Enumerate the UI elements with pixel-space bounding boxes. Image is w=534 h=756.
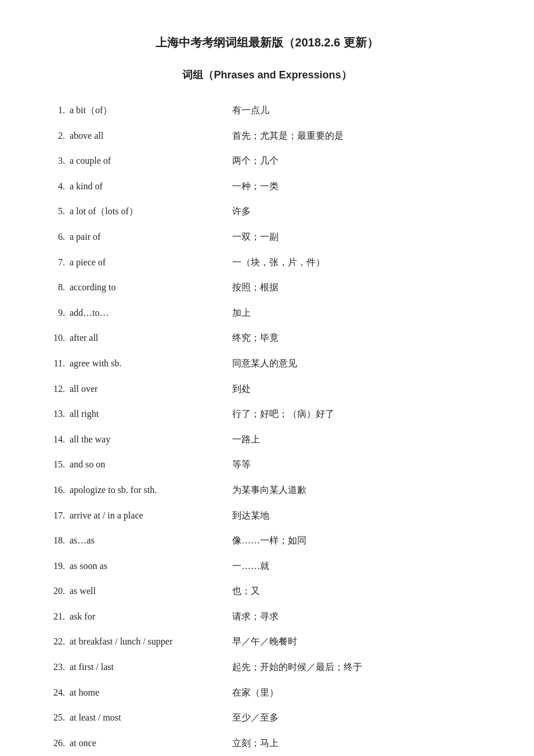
phrase-number: 6.: [46, 229, 70, 244]
phrase-english: at once: [70, 736, 232, 751]
phrase-english: all the way: [70, 432, 232, 447]
list-item: 2.above all首先；尤其是；最重要的是: [46, 128, 488, 143]
phrase-english: agree with sb.: [70, 356, 232, 371]
phrase-chinese: 一种；一类: [232, 179, 279, 194]
phrase-chinese: 一（块，张，片，件）: [232, 255, 325, 270]
phrase-chinese: 一路上: [232, 432, 260, 447]
list-item: 25.at least / most至少／至多: [46, 710, 488, 725]
phrase-number: 2.: [46, 128, 70, 143]
phrase-english: ask for: [70, 609, 232, 624]
phrase-english: a pair of: [70, 229, 232, 244]
phrase-english: at least / most: [70, 710, 232, 725]
phrase-number: 1.: [46, 103, 70, 118]
phrase-chinese: 加上: [232, 305, 251, 321]
phrase-chinese: 立刻；马上: [232, 736, 279, 751]
phrase-english: a lot of（lots of）: [70, 204, 232, 219]
phrase-number: 17.: [46, 508, 70, 523]
phrase-english: at breakfast / lunch / supper: [70, 634, 232, 649]
list-item: 22.at breakfast / lunch / supper早／午／晚餐时: [46, 634, 488, 649]
phrase-english: arrive at / in a place: [70, 508, 232, 523]
phrase-english: at first / last: [70, 660, 232, 675]
phrase-chinese: 终究；毕竟: [232, 330, 279, 345]
section-title: 词组（Phrases and Expressions）: [46, 68, 488, 82]
list-item: 23.at first / last起先；开始的时候／最后；终于: [46, 660, 488, 675]
list-item: 10.after all终究；毕竟: [46, 330, 488, 345]
list-item: 7.a piece of一（块，张，片，件）: [46, 255, 488, 270]
list-item: 18.as…as像……一样；如同: [46, 533, 488, 548]
list-item: 1.a bit（of）有一点儿: [46, 103, 488, 118]
phrase-chinese: 请求；寻求: [232, 609, 279, 624]
phrase-number: 16.: [46, 483, 70, 498]
list-item: 5.a lot of（lots of）许多: [46, 204, 488, 219]
phrase-english: as soon as: [70, 559, 232, 574]
list-item: 13.all right行了；好吧；（病）好了: [46, 406, 488, 422]
phrase-english: after all: [70, 330, 232, 345]
phrase-number: 25.: [46, 710, 70, 725]
phrase-number: 20.: [46, 584, 70, 599]
list-item: 20.as well也；又: [46, 584, 488, 599]
phrase-number: 4.: [46, 179, 70, 194]
list-item: 4.a kind of一种；一类: [46, 179, 488, 194]
phrase-number: 23.: [46, 660, 70, 675]
phrase-english: as…as: [70, 533, 232, 548]
phrase-chinese: 在家（里）: [232, 685, 279, 700]
phrase-chinese: 到处: [232, 381, 251, 397]
phrase-number: 3.: [46, 153, 70, 168]
phrase-english: all right: [70, 406, 232, 422]
phrase-chinese: 早／午／晚餐时: [232, 634, 297, 649]
phrase-chinese: 等等: [232, 457, 251, 472]
phrase-number: 22.: [46, 634, 70, 649]
phrase-english: as well: [70, 584, 232, 599]
list-item: 3.a couple of两个；几个: [46, 153, 488, 168]
phrase-english: and so on: [70, 457, 232, 472]
phrase-chinese: 许多: [232, 204, 251, 219]
phrase-english: a bit（of）: [70, 103, 232, 118]
phrase-number: 11.: [46, 356, 70, 371]
phrase-number: 15.: [46, 457, 70, 472]
phrase-number: 24.: [46, 685, 70, 700]
phrase-english: above all: [70, 128, 232, 143]
phrase-english: add…to…: [70, 305, 232, 321]
list-item: 16.apologize to sb. for sth.为某事向某人道歉: [46, 483, 488, 498]
phrase-number: 13.: [46, 406, 70, 422]
phrase-chinese: 也；又: [232, 584, 260, 599]
phrase-chinese: 同意某人的意见: [232, 356, 297, 371]
phrase-number: 26.: [46, 736, 70, 751]
list-item: 8.according to按照；根据: [46, 280, 488, 295]
phrase-number: 21.: [46, 609, 70, 624]
phrase-chinese: 按照；根据: [232, 280, 279, 295]
phrase-english: a kind of: [70, 179, 232, 194]
phrase-number: 18.: [46, 533, 70, 548]
page-title: 上海中考考纲词组最新版（2018.2.6 更新）: [46, 35, 488, 51]
phrase-chinese: 为某事向某人道歉: [232, 483, 306, 498]
list-item: 6.a pair of一双；一副: [46, 229, 488, 244]
phrase-chinese: 至少／至多: [232, 710, 279, 725]
phrase-chinese: 起先；开始的时候／最后；终于: [232, 660, 362, 675]
list-item: 14.all the way一路上: [46, 432, 488, 447]
phrase-number: 7.: [46, 255, 70, 270]
phrase-english: at home: [70, 685, 232, 700]
phrase-english: according to: [70, 280, 232, 295]
phrase-chinese: 一双；一副: [232, 229, 279, 244]
phrase-list: 1.a bit（of）有一点儿2.above all首先；尤其是；最重要的是3.…: [46, 103, 488, 756]
phrase-chinese: 一……就: [232, 559, 269, 574]
phrase-chinese: 行了；好吧；（病）好了: [232, 406, 334, 422]
list-item: 11.agree with sb.同意某人的意见: [46, 356, 488, 371]
phrase-english: a couple of: [70, 153, 232, 168]
phrase-chinese: 首先；尤其是；最重要的是: [232, 128, 344, 143]
list-item: 19.as soon as一……就: [46, 559, 488, 574]
phrase-english: a piece of: [70, 255, 232, 270]
phrase-english: apologize to sb. for sth.: [70, 483, 232, 498]
phrase-number: 8.: [46, 280, 70, 295]
phrase-english: all over: [70, 381, 232, 397]
phrase-number: 19.: [46, 559, 70, 574]
phrase-chinese: 到达某地: [232, 508, 269, 523]
list-item: 26.at once立刻；马上: [46, 736, 488, 751]
phrase-chinese: 有一点儿: [232, 103, 269, 118]
phrase-chinese: 像……一样；如同: [232, 533, 306, 548]
list-item: 24.at home在家（里）: [46, 685, 488, 700]
list-item: 12.all over到处: [46, 381, 488, 397]
phrase-number: 5.: [46, 204, 70, 219]
list-item: 21.ask for请求；寻求: [46, 609, 488, 624]
list-item: 17.arrive at / in a place到达某地: [46, 508, 488, 523]
